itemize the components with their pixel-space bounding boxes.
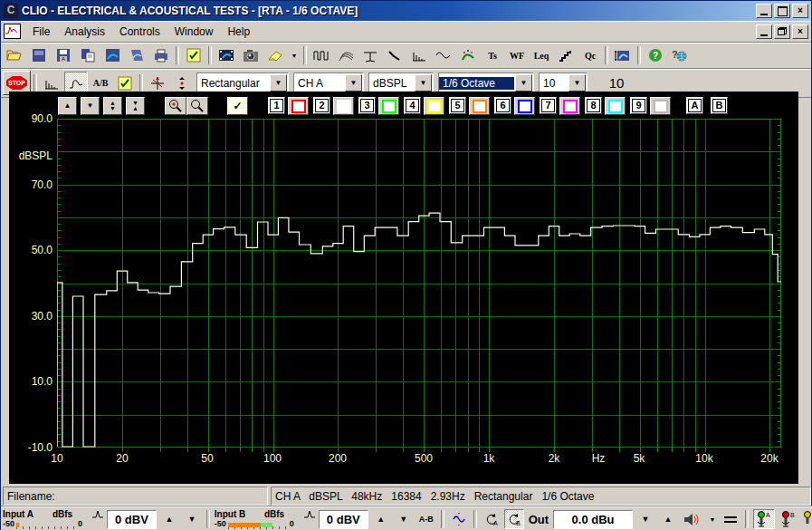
- curve-3-color-box[interactable]: [378, 97, 399, 115]
- chevron-down-icon[interactable]: ▼: [415, 74, 432, 92]
- online-help-button[interactable]: ?: [668, 44, 692, 67]
- linearity-button[interactable]: [554, 44, 578, 67]
- curve-3-button[interactable]: 3: [358, 97, 376, 114]
- clio-app-icon[interactable]: C: [4, 4, 18, 18]
- curve-6-button[interactable]: 6: [494, 97, 511, 114]
- mic-a-button[interactable]: A: [753, 509, 775, 529]
- curve-2-color-box[interactable]: [333, 97, 354, 115]
- output-up-button[interactable]: ▲: [658, 509, 678, 529]
- maximize-button[interactable]: [774, 4, 790, 18]
- a-minus-b-button[interactable]: A-B: [416, 509, 436, 529]
- menu-file[interactable]: File: [26, 24, 56, 40]
- curve-9-color-box[interactable]: [650, 97, 671, 115]
- menu-help[interactable]: Help: [221, 24, 256, 40]
- curve-8-button[interactable]: 8: [585, 97, 602, 114]
- clipboard-copy-button[interactable]: [125, 44, 148, 67]
- movie-button[interactable]: [215, 44, 238, 67]
- close-button[interactable]: ×: [792, 4, 808, 18]
- reference-a-button[interactable]: A: [686, 97, 703, 114]
- rta-analysis-button[interactable]: [407, 44, 431, 67]
- curve-5-button[interactable]: 5: [449, 97, 466, 114]
- curve-6-color-box[interactable]: [514, 97, 535, 115]
- zoom-in-button[interactable]: [165, 97, 186, 115]
- dc-coupling-button[interactable]: [721, 509, 740, 529]
- color-swatch: [473, 100, 487, 113]
- curve-2-button[interactable]: 2: [313, 97, 330, 114]
- curve-4-button[interactable]: 4: [404, 97, 421, 114]
- dc-icon: [724, 516, 737, 523]
- averages-combo[interactable]: 10 ▼: [539, 72, 588, 93]
- input-b-gain-down-button[interactable]: ▼: [394, 509, 414, 529]
- zoom-out-button[interactable]: [186, 97, 208, 115]
- open-button[interactable]: [3, 44, 26, 67]
- x-tick-5k: 5k: [634, 452, 645, 465]
- quality-control-button[interactable]: Qc: [578, 44, 602, 67]
- impulse-button[interactable]: [358, 44, 382, 67]
- mdi-minimize-button[interactable]: [756, 24, 772, 39]
- export-graphics-button[interactable]: [100, 44, 124, 67]
- sweep-time-button[interactable]: Ts: [481, 44, 504, 67]
- plot-area[interactable]: [57, 119, 781, 456]
- channel-value: CH A: [294, 77, 344, 90]
- notes-button[interactable]: [182, 44, 205, 67]
- mic-b-button[interactable]: B: [778, 509, 799, 529]
- curve-9-button[interactable]: 9: [630, 97, 647, 114]
- menu-analysis[interactable]: Analysis: [58, 24, 111, 40]
- mic-correction-button[interactable]: [802, 509, 812, 529]
- chevron-down-icon[interactable]: ▼: [270, 74, 287, 92]
- export-button[interactable]: [76, 44, 100, 67]
- autoscale-button[interactable]: [611, 44, 635, 67]
- reference-b-button[interactable]: B: [711, 97, 728, 114]
- chevron-down-icon[interactable]: ▼: [345, 74, 362, 92]
- input-a-gain-up-button[interactable]: ▲: [159, 509, 179, 529]
- leq-button[interactable]: Leq: [530, 44, 553, 67]
- menu-window[interactable]: Window: [168, 24, 220, 40]
- output-down-button[interactable]: ▼: [635, 509, 655, 529]
- help-button[interactable]: ?: [644, 44, 667, 67]
- curve-5-color-box[interactable]: [469, 97, 490, 115]
- curve-4-color-box[interactable]: [424, 97, 444, 115]
- decay-button[interactable]: [383, 44, 406, 67]
- shift-up-button[interactable]: ▲: [58, 97, 77, 115]
- mdi-close-button[interactable]: ×: [792, 24, 808, 39]
- sinusoidal-button[interactable]: [432, 44, 455, 67]
- minimize-button[interactable]: [756, 4, 772, 18]
- generator-wave-button[interactable]: [449, 509, 469, 529]
- wow-flutter-button[interactable]: WF: [505, 44, 529, 67]
- curve-1-button[interactable]: 1: [268, 97, 285, 114]
- curve-1-color-box[interactable]: [288, 97, 309, 115]
- chevron-down-icon[interactable]: ▼: [568, 74, 586, 92]
- speaker-options-arrow[interactable]: ▼: [707, 509, 718, 529]
- curve-visible-checkbox[interactable]: ✓: [227, 97, 248, 115]
- octave-combo[interactable]: 1/6 Octave ▼: [438, 72, 534, 93]
- expand-scale-button[interactable]: ▲▼: [103, 97, 122, 115]
- meter-b-orange-fill: [228, 523, 261, 527]
- input-a-gain-down-button[interactable]: ▼: [182, 509, 202, 529]
- mls-analysis-button[interactable]: [310, 44, 333, 67]
- print-button[interactable]: [149, 44, 173, 67]
- channel-combo[interactable]: CH A ▼: [293, 72, 364, 93]
- autosave-button[interactable]: [27, 44, 51, 67]
- input-b-gain-up-button[interactable]: ▲: [371, 509, 391, 529]
- curve-7-color-box[interactable]: [559, 97, 580, 115]
- windowing-combo[interactable]: Rectangular ▼: [196, 72, 289, 93]
- loop-a-button[interactable]: A: [482, 509, 502, 529]
- chevron-down-icon[interactable]: ▼: [515, 74, 532, 92]
- unit-combo[interactable]: dBSPL ▼: [368, 72, 434, 93]
- erase-options-arrow[interactable]: ▼: [288, 44, 301, 67]
- erase-button[interactable]: [263, 44, 287, 67]
- curve-7-button[interactable]: 7: [540, 97, 557, 114]
- compress-scale-button[interactable]: ▼▲: [126, 97, 145, 115]
- save-button[interactable]: A: [52, 44, 75, 67]
- loop-b-button[interactable]: B: [504, 509, 524, 529]
- speaker-button[interactable]: [681, 509, 704, 529]
- snapshot-button[interactable]: [239, 44, 263, 67]
- mdi-restore-button[interactable]: [774, 24, 790, 39]
- fft-live-button[interactable]: [456, 44, 480, 67]
- curve-8-color-box[interactable]: [605, 97, 626, 115]
- waterfall-button[interactable]: [334, 44, 358, 67]
- menu-controls[interactable]: Controls: [113, 24, 167, 40]
- rta-document-icon[interactable]: [4, 24, 21, 39]
- titlebar[interactable]: C CLIO - ELECTRICAL & ACOUSTICAL TESTS -…: [1, 1, 811, 21]
- shift-down-button[interactable]: ▼: [81, 97, 100, 115]
